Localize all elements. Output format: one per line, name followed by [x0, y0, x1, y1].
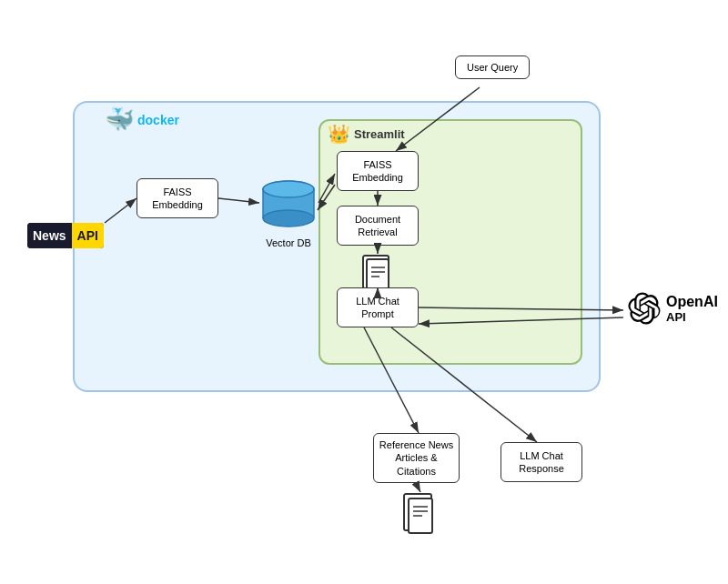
- llm-prompt-label: LLM ChatPrompt: [356, 295, 399, 321]
- llm-prompt-box: LLM ChatPrompt: [337, 287, 419, 327]
- llm-response-label: LLM Chat Response: [501, 449, 581, 476]
- user-query-box: User Query: [455, 55, 530, 79]
- docker-label: docker: [137, 113, 179, 127]
- api-label: API: [72, 223, 104, 248]
- svg-point-3: [263, 181, 314, 197]
- news-api-box: News API: [27, 223, 104, 248]
- doc-retrieval-label: DocumentRetrieval: [355, 213, 400, 239]
- streamlit-logo: 👑 Streamlit: [328, 123, 405, 145]
- openai-text: OpenAI API: [666, 294, 718, 324]
- doc-icon-bottom: [400, 492, 440, 536]
- docker-logo: 🐳 docker: [105, 106, 179, 134]
- streamlit-crown-icon: 👑: [328, 123, 350, 145]
- doc-retrieval-box: DocumentRetrieval: [337, 206, 419, 246]
- news-label: News: [27, 223, 72, 248]
- svg-point-2: [263, 210, 314, 227]
- ref-news-box: Reference NewsArticles &Citations: [373, 433, 460, 483]
- vector-db-icon: [259, 178, 318, 233]
- faiss-docker-box: FAISSEmbedding: [136, 178, 218, 218]
- svg-rect-10: [367, 259, 389, 290]
- openai-box: OpenAI API: [628, 292, 718, 325]
- llm-response-box: LLM Chat Response: [500, 442, 582, 482]
- docker-whale-icon: 🐳: [105, 106, 134, 134]
- faiss-streamlit-box: FAISSEmbedding: [337, 151, 419, 191]
- faiss-docker-label: FAISSEmbedding: [152, 186, 203, 212]
- svg-line-33: [416, 483, 420, 492]
- openai-icon: [628, 292, 661, 325]
- vector-db-label: Vector DB: [257, 237, 320, 248]
- diagram-container: 🐳 docker 👑 Streamlit News API User Query…: [18, 28, 710, 556]
- openai-name: OpenAI: [666, 294, 718, 310]
- streamlit-label: Streamlit: [354, 127, 405, 141]
- faiss-streamlit-label: FAISSEmbedding: [352, 158, 403, 185]
- ref-news-label: Reference NewsArticles &Citations: [379, 438, 453, 478]
- openai-api-label: API: [666, 310, 718, 324]
- user-query-label: User Query: [467, 61, 518, 74]
